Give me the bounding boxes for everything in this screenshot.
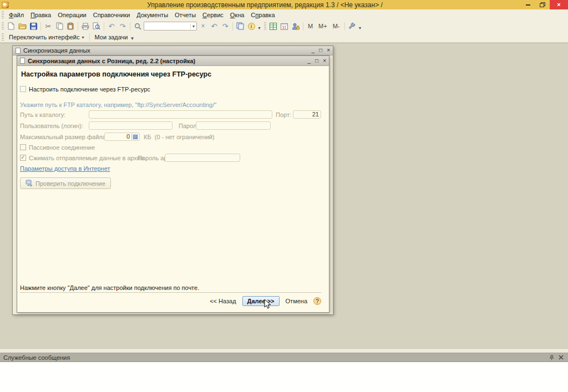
menu-windows[interactable]: Окна [227, 12, 248, 18]
clear-search-button[interactable]: × [197, 21, 209, 31]
sync-window-titlebar[interactable]: Синхронизация данных _ □ × [13, 46, 333, 55]
panel-splitter[interactable] [0, 349, 568, 353]
copy-button[interactable] [54, 21, 65, 31]
maximize-button[interactable]: □ [319, 48, 322, 53]
memory-recall-button[interactable]: М [305, 23, 316, 29]
port-input[interactable]: 21 [293, 110, 321, 119]
calendar-button[interactable]: 31 [279, 21, 290, 31]
menu-reports[interactable]: Отчеты [171, 12, 199, 18]
max-file-size-units: КБ (0 - нет ограничений) [144, 134, 215, 140]
memory-add-button[interactable]: М+ [316, 23, 330, 29]
find-magnifier-icon [134, 23, 141, 30]
menu-service[interactable]: Сервис [199, 12, 227, 18]
ftp-enable-checkbox[interactable] [20, 86, 26, 92]
find-next-button[interactable]: ↷ [220, 21, 231, 31]
max-file-size-input[interactable]: 0 [104, 133, 140, 141]
cut-button[interactable]: ✂ [43, 21, 54, 31]
cancel-button[interactable]: Отмена [285, 297, 308, 306]
divider [20, 292, 321, 293]
separator [89, 33, 90, 42]
ftp-enable-checkbox-label[interactable]: Настроить подключение через FTP-ресурс [29, 86, 150, 93]
menubar: Файл Правка Операции Справочники Докумен… [0, 9, 568, 20]
menu-edit[interactable]: Правка [27, 12, 54, 18]
paste-clipboard-icon [67, 22, 74, 30]
toolbar-grip[interactable] [2, 11, 4, 19]
menu-file[interactable]: Файл [6, 12, 27, 18]
maximize-button[interactable]: □ [315, 58, 318, 64]
search-input[interactable]: ▾ [144, 22, 197, 30]
main-toolbar: ✂ ↶ ↷ ▾ × ↶ ↷ i ▼ 31 М М+ М- ▼ [0, 20, 568, 32]
user-label: Пользователь (логин): [20, 123, 83, 129]
save-button[interactable] [28, 21, 39, 31]
close-button[interactable]: × [550, 0, 568, 9]
open-button[interactable] [17, 21, 28, 31]
pin-icon[interactable] [549, 355, 554, 360]
undo-icon: ↶ [109, 23, 115, 30]
password-input[interactable] [196, 121, 271, 130]
passive-connection-label[interactable]: Пассивное соединение [29, 144, 95, 151]
chevron-down-icon[interactable]: ▼ [257, 26, 261, 30]
menu-catalogs[interactable]: Справочники [90, 12, 134, 18]
settings-button[interactable] [347, 21, 358, 31]
find-button[interactable] [132, 21, 143, 31]
memory-subtract-button[interactable]: М- [330, 23, 343, 29]
toolbar-grip[interactable] [264, 22, 266, 30]
calculator-icon[interactable] [131, 134, 139, 140]
chevron-down-icon[interactable]: ▾ [190, 24, 196, 29]
print-button[interactable] [80, 21, 91, 31]
minimize-button[interactable]: _ [308, 58, 311, 64]
close-button[interactable]: × [323, 58, 326, 64]
back-button[interactable]: << Назад [209, 297, 237, 306]
path-input[interactable] [89, 110, 272, 119]
compress-data-label[interactable]: Сжимать отправляемые данные в архив [29, 155, 144, 161]
dialog-titlebar[interactable]: Синхронизация данных с Розница, ред. 2.2… [17, 56, 329, 66]
minimize-button[interactable] [521, 0, 535, 9]
user-permissions-button[interactable] [290, 21, 301, 31]
menu-help[interactable]: Справка [247, 12, 278, 18]
find-next-icon: ↷ [222, 23, 229, 30]
calendar-icon: 31 [281, 23, 288, 30]
ftp-path-hint: Укажите путь к FTP каталогу, например, "… [20, 101, 216, 108]
about-button[interactable]: i [246, 21, 257, 31]
menu-operations[interactable]: Операции [54, 12, 89, 18]
print-preview-icon [93, 22, 100, 30]
chevron-down-icon[interactable]: ▼ [358, 26, 362, 30]
paste-button[interactable] [65, 21, 76, 31]
toolbar-grip[interactable] [2, 33, 4, 41]
close-icon[interactable] [559, 355, 564, 360]
passive-connection-checkbox[interactable] [20, 144, 26, 150]
app-title: Управление производственным предприятием… [9, 1, 521, 9]
page-title: Настройка параметров подключения через F… [21, 70, 211, 78]
print-preview-button[interactable] [91, 21, 102, 31]
restore-button[interactable] [535, 0, 550, 9]
redo-button[interactable]: ↷ [117, 21, 128, 31]
redo-icon: ↷ [120, 23, 126, 30]
new-document-button[interactable] [6, 21, 17, 31]
compress-data-checkbox[interactable]: ✓ [20, 155, 26, 161]
check-connection-button[interactable]: Проверить подключение [20, 177, 111, 189]
archive-password-input[interactable] [165, 154, 240, 162]
switch-interface-button[interactable]: Переключить интерфейс ▾ [6, 33, 88, 42]
next-button[interactable]: Далее >> [242, 296, 280, 306]
dialog-title: Синхронизация данных с Розница, ред. 2.2… [28, 58, 195, 64]
document-icon [16, 48, 21, 54]
save-floppy-icon [30, 23, 37, 30]
user-input[interactable] [89, 121, 173, 130]
undo-button[interactable]: ↶ [106, 21, 117, 31]
separator [344, 22, 345, 30]
service-messages-bar: Служебные сообщения [0, 353, 568, 362]
minimize-button[interactable]: _ [312, 48, 315, 53]
separator [78, 22, 78, 30]
find-previous-button[interactable]: ↶ [209, 21, 220, 31]
restore-icon [540, 2, 545, 7]
help-button[interactable]: ? [313, 297, 321, 305]
window-pages-button[interactable] [235, 21, 246, 31]
my-tasks-button[interactable]: Мои задачи ▼ [92, 32, 138, 42]
toolbar-grip[interactable] [2, 22, 4, 30]
internet-access-link[interactable]: Параметры доступа в Интернет [20, 165, 110, 172]
open-folder-icon [18, 23, 27, 29]
menu-documents[interactable]: Документы [133, 12, 171, 18]
show-board-button[interactable] [268, 21, 279, 31]
close-button[interactable]: × [327, 48, 330, 53]
dialog-footer-buttons: << Назад Далее >> Отмена ? [209, 296, 321, 306]
